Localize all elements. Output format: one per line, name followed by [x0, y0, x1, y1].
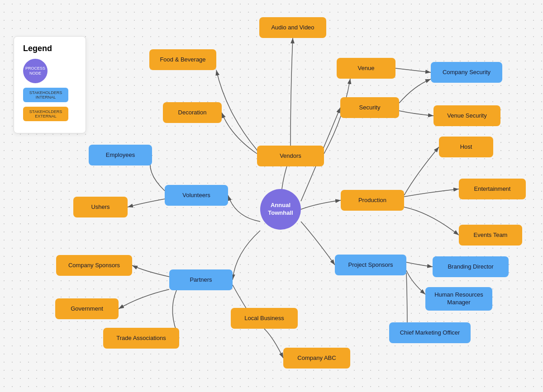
project-sponsors-node[interactable]: Project Sponsors [335, 255, 406, 275]
local-business-node[interactable]: Local Business [231, 308, 298, 329]
legend-orange-box: STAKEHOLDERS EXTERNAL [23, 107, 68, 121]
entertainment-node[interactable]: Entertainment [459, 179, 526, 199]
legend-orange-item: STAKEHOLDERS EXTERNAL [23, 107, 76, 121]
audio-video-node[interactable]: Audio and Video [259, 17, 326, 38]
vendors-node[interactable]: Vendors [257, 146, 324, 166]
company-abc-node[interactable]: Company ABC [283, 348, 350, 368]
center-node[interactable]: AnnualTownhall [260, 189, 301, 230]
company-security-node[interactable]: Company Security [431, 62, 502, 83]
employees-node[interactable]: Employees [89, 145, 152, 165]
hr-manager-node[interactable]: Human ResourcesManager [425, 287, 492, 311]
legend: Legend PROCESS NODE STAKEHOLDERS INTERNA… [14, 36, 86, 133]
legend-blue-box: STAKEHOLDERS INTERNAL [23, 88, 68, 102]
production-node[interactable]: Production [341, 190, 404, 211]
legend-center-item: PROCESS NODE [23, 59, 76, 83]
legend-blue-item: STAKEHOLDERS INTERNAL [23, 88, 76, 102]
venue-node[interactable]: Venue [337, 58, 395, 79]
volunteers-node[interactable]: Volunteers [165, 185, 228, 206]
company-sponsors-node[interactable]: Company Sponsors [56, 255, 132, 276]
food-beverage-node[interactable]: Food & Beverage [149, 49, 216, 70]
venue-security-node[interactable]: Venue Security [433, 105, 500, 126]
legend-title: Legend [23, 44, 76, 53]
security-node[interactable]: Security [340, 97, 399, 118]
legend-circle: PROCESS NODE [23, 59, 48, 83]
branding-director-node[interactable]: Branding Director [433, 256, 509, 277]
chief-marketing-node[interactable]: Chief Marketing Officer [389, 322, 471, 343]
host-node[interactable]: Host [439, 137, 493, 157]
ushers-node[interactable]: Ushers [73, 197, 128, 217]
partners-node[interactable]: Partners [169, 269, 233, 290]
government-node[interactable]: Government [55, 298, 119, 319]
trade-associations-node[interactable]: Trade Associations [103, 328, 179, 349]
decoration-node[interactable]: Decoration [163, 102, 222, 123]
events-team-node[interactable]: Events Team [459, 225, 522, 246]
